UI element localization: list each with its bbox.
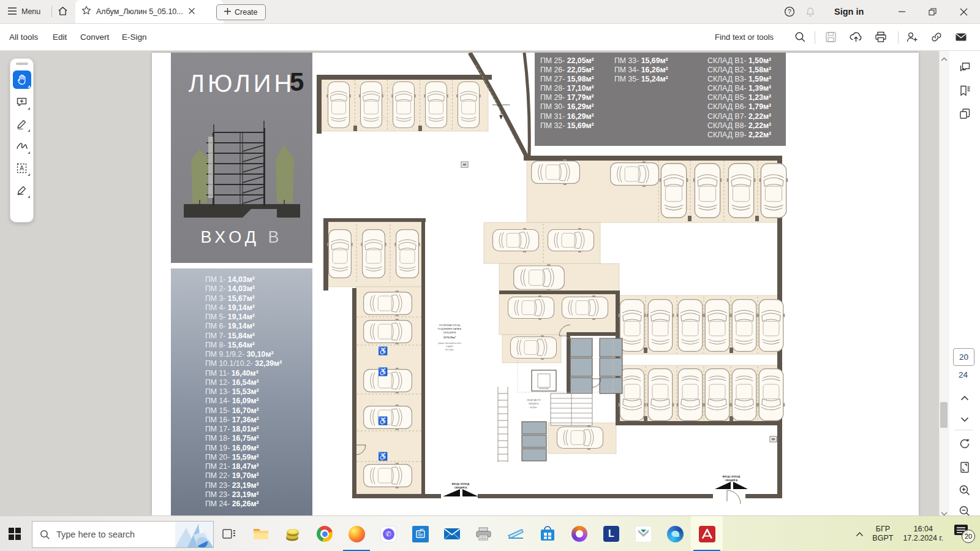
quick-tools-panel: A <box>10 58 34 222</box>
firefox-icon[interactable] <box>341 516 372 551</box>
viber-icon[interactable]: ✆ <box>372 516 404 551</box>
area-row: ПМ 28- 17,10м² <box>540 84 594 93</box>
restore-button[interactable] <box>918 0 946 23</box>
titlebar: Menu Албум_Люлин 5_05.10... Create ? <box>0 0 980 24</box>
area-row: ПМ 25- 22,05м² <box>540 56 594 66</box>
fit-page-icon[interactable] <box>957 459 973 475</box>
convert-menu[interactable]: Convert <box>80 24 109 50</box>
mail-icon[interactable] <box>436 516 468 551</box>
hand-tool-button[interactable] <box>13 70 31 89</box>
print-icon[interactable] <box>871 27 891 47</box>
area-row: ПМ 9.1/9.2- 30,10м² <box>205 350 312 359</box>
draw-tool-button[interactable] <box>13 137 31 155</box>
area-row: ПМ 23- 23,19м² <box>205 490 312 500</box>
current-page-input[interactable]: 20 <box>953 348 974 366</box>
edge-icon[interactable] <box>659 516 691 551</box>
rotate-page-icon[interactable] <box>957 436 973 452</box>
search-highlights-image[interactable] <box>175 522 213 547</box>
menu-label: Menu <box>21 7 40 16</box>
svg-text:улица / маневрена зона: улица / маневрена зона <box>438 342 461 344</box>
chrome-icon[interactable] <box>309 516 341 551</box>
star-icon[interactable] <box>81 6 91 18</box>
start-button[interactable] <box>0 516 29 551</box>
sign-in-button[interactable]: Sign in <box>834 0 864 23</box>
fill-sign-tool-button[interactable] <box>13 181 31 199</box>
svg-text:ПОЛЕЗНА ПЛОЩ: ПОЛЕЗНА ПЛОЩ <box>439 324 460 327</box>
scrollbar-thumb[interactable] <box>940 402 948 428</box>
find-text-label[interactable]: Find text or tools <box>715 24 774 50</box>
notification-center-icon[interactable]: 20 <box>953 522 976 545</box>
area-row: ПМ 26- 22,05м² <box>540 66 594 75</box>
search-icon[interactable] <box>790 27 810 47</box>
area-row: СКЛАД В3- 1,59м² <box>707 75 771 84</box>
task-view-button[interactable] <box>216 516 243 551</box>
area-row: ПМ 27- 15,98м² <box>540 75 594 84</box>
bike-rack <box>498 387 508 462</box>
area-row: ПМ 12- 16,54м² <box>205 378 312 387</box>
area-row: ПМ 33- 15,69м² <box>614 56 668 66</box>
avast-icon[interactable] <box>564 516 595 551</box>
file-explorer-icon[interactable] <box>245 516 277 551</box>
svg-text:♿: ♿ <box>378 367 388 377</box>
acrobat-icon[interactable] <box>691 516 723 551</box>
text-box-tool-button[interactable]: A <box>13 159 31 177</box>
upload-cloud-icon[interactable] <box>846 27 865 47</box>
zoom-out-icon[interactable] <box>957 503 973 515</box>
clock[interactable]: 16:04 17.2.2024 г. <box>903 525 943 543</box>
coins-app-icon[interactable] <box>277 516 309 551</box>
menu-button[interactable]: Menu <box>7 0 40 23</box>
home-button[interactable] <box>58 0 68 23</box>
cover-panel: ЛЮЛИН 5 ВХОД В <box>171 53 312 263</box>
divider <box>815 31 815 44</box>
taskbar-search-input[interactable]: Type here to search <box>32 521 214 548</box>
search-placeholder: Type here to search <box>56 530 175 539</box>
email-icon[interactable] <box>951 27 971 47</box>
close-button[interactable] <box>949 0 978 23</box>
all-tools-menu[interactable]: All tools <box>9 24 38 50</box>
id-card-app-icon[interactable] <box>404 516 436 551</box>
svg-text:и други: и други <box>446 345 453 348</box>
add-comment-tool-button[interactable] <box>13 93 31 111</box>
previous-page-icon[interactable] <box>957 390 973 406</box>
plus-icon <box>224 8 231 17</box>
microsoft-store-icon[interactable] <box>532 516 564 551</box>
l-app-icon[interactable]: L <box>595 516 627 551</box>
scroll-up-icon[interactable] <box>941 53 948 64</box>
request-signature-icon[interactable] <box>902 27 922 47</box>
svg-text:A: A <box>20 165 24 172</box>
next-page-icon[interactable] <box>957 411 973 427</box>
notification-badge: 20 <box>962 530 975 543</box>
tray-expand-icon[interactable] <box>856 528 864 539</box>
area-row: ПМ 17- 18,01м² <box>205 425 312 434</box>
minimize-button[interactable] <box>888 0 916 23</box>
svg-text:ВХОД / ИЗХОД: ВХОД / ИЗХОД <box>452 482 470 485</box>
language-indicator[interactable]: БГР BGPT <box>872 525 893 543</box>
edit-menu[interactable]: Edit <box>53 24 67 50</box>
scroll-down-icon[interactable] <box>941 507 948 515</box>
link-icon[interactable] <box>927 27 946 47</box>
area-row: СКЛАД В8- 2,22м² <box>707 121 771 131</box>
v-app-icon[interactable] <box>627 516 659 551</box>
area-row: СКЛАД В7- 2,22м² <box>707 112 771 121</box>
svg-text:СЕКЦИЯ Б: СЕКЦИЯ Б <box>528 403 539 405</box>
create-tab-button[interactable]: Create <box>216 4 266 20</box>
common-area-label: ОБЩИ ЧАСТИ СЕКЦИЯ Б 40,30м² <box>527 399 541 409</box>
vertical-scrollbar[interactable] <box>939 51 949 515</box>
comments-panel-icon[interactable] <box>957 59 973 75</box>
fax-printer-icon[interactable] <box>468 516 500 551</box>
document-tab[interactable]: Албум_Люлин 5_05.10... <box>75 0 224 23</box>
svg-text:ПОДЗЕМЕН ГАРАЖ: ПОДЗЕМЕН ГАРАЖ <box>438 327 462 330</box>
bookmarks-panel-icon[interactable] <box>957 83 973 99</box>
scanner-icon[interactable] <box>500 516 532 551</box>
notifications-bell-icon[interactable] <box>796 0 824 23</box>
zoom-in-icon[interactable] <box>957 482 973 498</box>
esign-menu[interactable]: E-Sign <box>122 24 147 50</box>
drag-handle[interactable] <box>16 63 28 65</box>
tab-close-icon[interactable] <box>188 6 195 17</box>
page-thumbnails-icon[interactable] <box>957 106 973 122</box>
area-row: ПМ 5- 19,14м² <box>205 313 312 322</box>
area-row: ПМ 15- 16,70м² <box>205 406 312 416</box>
useful-area-label: ПОЛЕЗНА ПЛОЩ ПОДЗЕМЕН ГАРАЖ СЕКЦИЯ В 117… <box>438 324 462 351</box>
save-icon[interactable] <box>821 27 840 47</box>
highlight-tool-button[interactable] <box>13 115 31 133</box>
